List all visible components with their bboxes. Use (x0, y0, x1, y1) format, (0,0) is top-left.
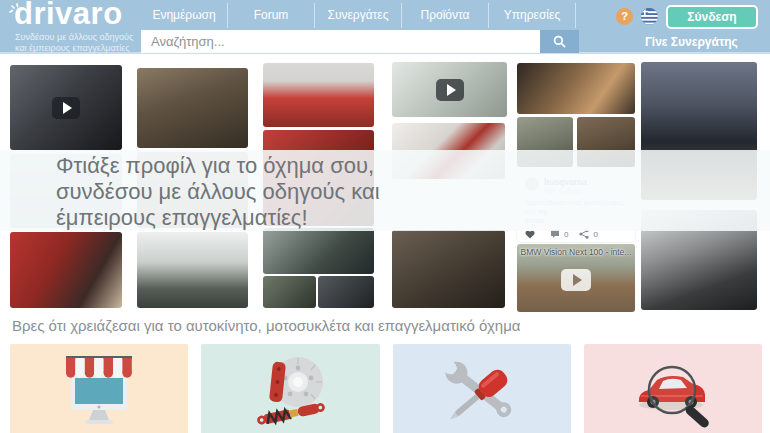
category-tiles (10, 344, 762, 433)
hero-line-1: Φτιάξε προφίλ για το όχημα σου, (56, 153, 770, 179)
hero-line-3: έμπειρους επαγγελματίες! (56, 205, 770, 231)
photo-concept-bike-video[interactable] (392, 62, 507, 117)
photo-leather-glove[interactable] (517, 63, 635, 114)
section-heading: Βρες ότι χρειάζεσαι για το αυτοκίνητο, μ… (12, 317, 520, 334)
search-icon (553, 35, 566, 48)
photo-garage-motorcycle[interactable] (137, 68, 248, 148)
photo-red-ferrari[interactable] (263, 63, 374, 127)
nav-item-forum[interactable]: Forum (228, 3, 315, 28)
category-online-store[interactable] (10, 344, 188, 433)
photo-jaguar-rear[interactable] (263, 276, 316, 308)
nav-item-products[interactable]: Προϊόντα (402, 3, 489, 28)
play-icon[interactable] (52, 97, 80, 119)
brand-tagline: Συνδέσου με άλλους οδηγούς και έμπειρους… (15, 32, 133, 53)
photo-gallery: husqvarna πριν 4 μήνες προστέθηκαν νέες … (0, 62, 770, 315)
play-icon[interactable] (561, 269, 591, 291)
site-header: drivaro Συνδέσου με άλλους οδηγούς και έ… (0, 0, 770, 54)
login-button[interactable]: Σύνδεση (666, 5, 758, 29)
photo-woman-motorcycle[interactable] (392, 230, 505, 308)
video-title: BMW Vision Next 100 - inte... (517, 247, 635, 257)
photo-snowy-road-car[interactable] (137, 232, 248, 308)
hero-banner: Φτιάξε προφίλ για το όχημα σου, συνδέσου… (0, 150, 770, 231)
play-icon[interactable] (436, 79, 464, 101)
photo-jaguar-wheel[interactable] (318, 276, 374, 308)
hero-line-2: συνδέσου με άλλους οδηγούς και (56, 179, 770, 205)
help-button[interactable]: ? (616, 8, 633, 25)
nav-item-services[interactable]: Υπηρεσίες (489, 3, 576, 28)
photo-jaguar-front[interactable] (263, 228, 374, 274)
store-icon (53, 350, 145, 432)
search-button[interactable] (540, 30, 579, 53)
logo[interactable]: drivaro (14, 0, 123, 32)
tools-icon (436, 350, 528, 432)
category-services[interactable] (393, 344, 571, 433)
car-search-icon (627, 350, 719, 432)
video-post-card[interactable]: BMW Vision Next 100 - inte... (517, 244, 635, 312)
category-car-search[interactable] (584, 344, 762, 433)
photo-lamborghini-video[interactable] (10, 65, 122, 150)
nav-item-news[interactable]: Ενημέρωση (141, 3, 228, 28)
main-nav: Ενημέρωση Forum Συνεργάτες Προϊόντα Υπηρ… (141, 3, 576, 28)
photo-red-audi-art[interactable] (10, 232, 122, 308)
category-spare-parts[interactable] (201, 344, 379, 433)
greek-flag-icon[interactable] (641, 8, 658, 25)
brake-parts-icon (244, 350, 336, 432)
search-input[interactable] (141, 30, 540, 53)
nav-item-partners[interactable]: Συνεργάτες (315, 3, 402, 28)
become-partner-link[interactable]: Γίνε Συνεργάτης (645, 35, 738, 49)
